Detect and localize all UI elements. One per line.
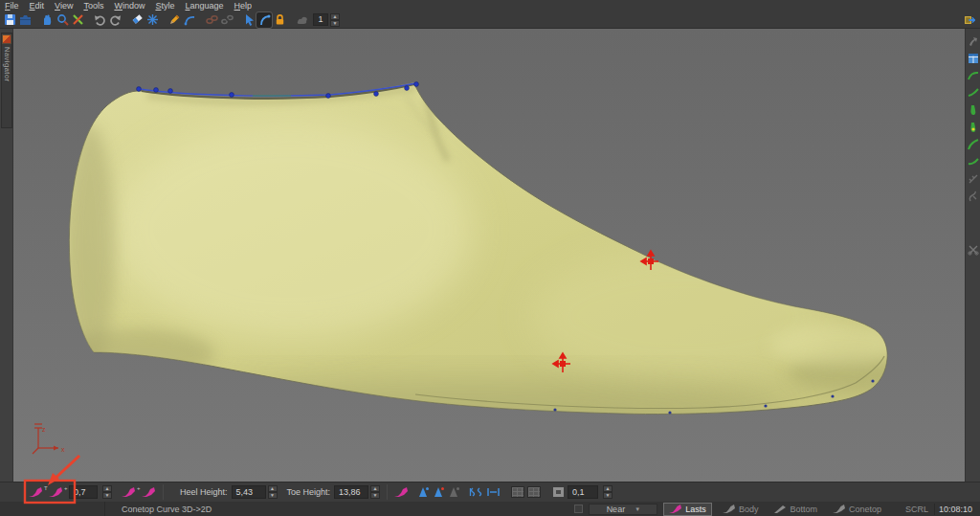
repeat-counter-spinner[interactable]: ▲▼ bbox=[330, 13, 340, 27]
grading-step-icon[interactable] bbox=[552, 486, 565, 498]
last-add-icon[interactable] bbox=[122, 487, 136, 498]
axis-z-label: z bbox=[42, 426, 46, 433]
status-bar: Conetop Curve 3D->2D Near ▼ Lasts Body B… bbox=[0, 502, 980, 516]
layer-conetop-button[interactable]: Conetop bbox=[828, 504, 886, 515]
thickness-value[interactable]: 0,7 bbox=[69, 485, 98, 499]
right-tool-strip bbox=[965, 29, 980, 482]
last-icon[interactable] bbox=[142, 487, 156, 498]
thickness-group: T + 0,7 ▲▼ bbox=[29, 485, 112, 499]
undo-icon[interactable] bbox=[92, 12, 107, 28]
navigator-tab-label: Navigator bbox=[3, 47, 11, 82]
menu-window[interactable]: Window bbox=[114, 1, 145, 11]
point-height-2-icon[interactable] bbox=[433, 486, 445, 498]
menu-language[interactable]: Language bbox=[185, 1, 223, 11]
point-height-3-icon[interactable] bbox=[448, 486, 460, 498]
measure-icon[interactable] bbox=[967, 172, 979, 185]
pencil-icon[interactable] bbox=[167, 12, 182, 28]
curve-draw-icon[interactable] bbox=[182, 12, 197, 28]
curve-tool-4-icon[interactable] bbox=[967, 155, 979, 168]
curve-tool-1-icon[interactable] bbox=[967, 69, 979, 81]
viewport-3d[interactable]: x z bbox=[13, 29, 965, 482]
table-view-icon[interactable] bbox=[511, 486, 524, 498]
distance-icon[interactable] bbox=[486, 486, 501, 498]
lasts-icon bbox=[669, 505, 682, 514]
scroll-lock-indicator: SCRL bbox=[905, 505, 928, 514]
main-toolbar: 1 ▲▼ bbox=[0, 11, 980, 29]
delete-icon[interactable] bbox=[70, 12, 85, 28]
layer-bottom-button[interactable]: Bottom bbox=[768, 504, 822, 515]
lock-icon[interactable] bbox=[272, 12, 287, 28]
view-distance-value: Near bbox=[607, 505, 626, 514]
pan-hand-icon[interactable] bbox=[39, 12, 55, 28]
heel-height-value[interactable]: 5,43 bbox=[232, 485, 266, 499]
section-icon[interactable] bbox=[967, 190, 979, 202]
body-icon bbox=[723, 505, 736, 514]
left-panel-strip: Navigator bbox=[0, 29, 13, 482]
zoom-icon[interactable] bbox=[55, 12, 70, 28]
heel-height-label: Heel Height: bbox=[180, 487, 228, 497]
eraser-icon[interactable] bbox=[129, 12, 145, 28]
last-thickness-icon[interactable] bbox=[29, 487, 43, 498]
scissors-icon[interactable] bbox=[967, 243, 979, 256]
bottom-icon bbox=[773, 505, 787, 514]
curve-tool-2-icon[interactable] bbox=[967, 86, 979, 99]
smooth-icon[interactable] bbox=[294, 12, 309, 28]
open-icon[interactable] bbox=[17, 12, 33, 28]
shoe-last-model: x z bbox=[13, 29, 965, 482]
repeat-counter: 1 ▲▼ bbox=[313, 13, 340, 27]
girth-compare-icon[interactable] bbox=[469, 486, 483, 498]
grading-spinner[interactable]: ▲▼ bbox=[603, 485, 612, 499]
grading-group: 0,1 ▲▼ bbox=[552, 485, 612, 499]
heel-height-spinner[interactable]: ▲▼ bbox=[268, 485, 278, 499]
transform-icon[interactable] bbox=[967, 34, 979, 47]
last-profile-icon[interactable] bbox=[967, 103, 979, 116]
status-right-group: Near ▼ Lasts Body Bottom Conetop SCRL 10… bbox=[574, 503, 980, 516]
menu-tools[interactable]: Tools bbox=[83, 1, 103, 11]
clock: 10:08:10 bbox=[934, 504, 976, 515]
trim-icon[interactable] bbox=[145, 12, 160, 28]
status-segment-empty bbox=[0, 502, 105, 516]
view-checkbox[interactable] bbox=[574, 505, 583, 513]
toe-height-value[interactable]: 13,86 bbox=[334, 485, 368, 499]
detach-icon[interactable] bbox=[219, 12, 234, 28]
parameter-toolbar: T + 0,7 ▲▼ + Heel Height: 5,43 ▲▼ Toe He… bbox=[0, 482, 980, 502]
view-distance-select[interactable]: Near ▼ bbox=[589, 504, 657, 515]
menu-view[interactable]: View bbox=[55, 1, 73, 11]
chevron-down-icon: ▼ bbox=[635, 506, 640, 512]
grid-view-icon[interactable] bbox=[967, 52, 979, 64]
repeat-counter-value[interactable]: 1 bbox=[313, 13, 328, 26]
navigator-tab[interactable]: Navigator bbox=[1, 33, 12, 128]
axis-gizmo bbox=[33, 424, 58, 454]
menu-file[interactable]: File bbox=[5, 1, 19, 11]
thickness-spinner[interactable]: ▲▼ bbox=[102, 485, 112, 499]
point-height-icon[interactable] bbox=[417, 486, 430, 498]
app-window: File Edit View Tools Window Style Langua… bbox=[0, 0, 980, 516]
redo-icon[interactable] bbox=[107, 12, 122, 28]
curve-tool-3-icon[interactable] bbox=[967, 138, 979, 150]
grading-value[interactable]: 0,1 bbox=[568, 485, 598, 499]
toe-height-label: Toe Height: bbox=[287, 487, 331, 497]
save-icon[interactable] bbox=[2, 12, 17, 28]
last-thickness-add-icon[interactable] bbox=[49, 487, 63, 498]
navigator-icon bbox=[3, 35, 11, 43]
menu-edit[interactable]: Edit bbox=[30, 1, 45, 11]
status-message: Conetop Curve 3D->2D bbox=[122, 505, 212, 514]
menu-style[interactable]: Style bbox=[155, 1, 174, 11]
toe-height-spinner[interactable]: ▲▼ bbox=[370, 485, 380, 499]
attach-icon[interactable] bbox=[204, 12, 219, 28]
last-measure-icon[interactable] bbox=[394, 487, 409, 498]
select-arrow-icon[interactable] bbox=[241, 12, 256, 28]
measure-tools-group bbox=[394, 486, 541, 498]
layer-body-button[interactable]: Body bbox=[718, 504, 764, 515]
layer-lasts-button[interactable]: Lasts bbox=[663, 503, 712, 516]
last-profile-point-icon[interactable] bbox=[967, 121, 979, 133]
table-view-2-icon[interactable] bbox=[527, 486, 541, 498]
main-area: Navigator bbox=[0, 29, 980, 482]
last-copy-group: + bbox=[122, 487, 156, 498]
axis-x-label: x bbox=[61, 446, 65, 453]
menu-bar: File Edit View Tools Window Style Langua… bbox=[0, 0, 980, 11]
conetop-icon bbox=[833, 505, 846, 514]
menu-help[interactable]: Help bbox=[234, 1, 253, 11]
curve-edit-icon[interactable] bbox=[256, 12, 272, 28]
dock-panel-icon[interactable] bbox=[961, 12, 976, 28]
